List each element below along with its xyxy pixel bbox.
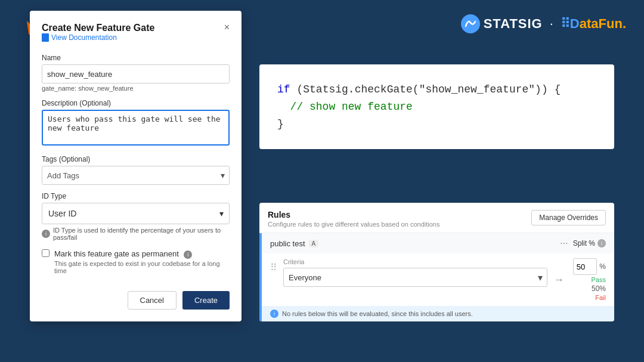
dialog-footer: Cancel Create	[42, 284, 230, 310]
dialog-title: Create New Feature Gate	[42, 23, 154, 33]
dialog-title-group: Create New Feature Gate View Documentati…	[42, 23, 154, 51]
fail-row: 50%	[592, 284, 606, 293]
drag-handle-icon[interactable]: ⠿	[270, 258, 277, 273]
permanent-hint: This gate is expected to exist in your c…	[54, 260, 230, 274]
rule-body: ⠿ Criteria Everyone ▾ → % Pass 50%	[262, 253, 614, 306]
gate-name-hint: gate_name: show_new_feature	[42, 85, 230, 92]
description-input[interactable]: Users who pass this gate will see the ne…	[42, 110, 230, 146]
permanent-checkbox-label: Mark this feature gate as permanent i	[54, 248, 230, 259]
fail-label: Fail	[595, 294, 606, 301]
fail-pct: 50%	[592, 284, 606, 293]
criteria-select-wrapper: Everyone ▾	[283, 268, 547, 287]
rule-info-bar: i No rules below this will be evaluated,…	[262, 306, 614, 321]
pass-label: Pass	[592, 276, 606, 283]
rule-badge: A	[309, 240, 319, 247]
code-line-3: }	[277, 116, 596, 133]
datafun-dots: ⠿	[561, 16, 570, 31]
code-condition: (Statsig.checkGate("show_new_feature")) …	[296, 83, 561, 95]
close-button[interactable]: ×	[224, 23, 230, 32]
permanent-text-group: Mark this feature gate as permanent i Th…	[54, 248, 230, 274]
permanent-info-icon: i	[184, 250, 192, 259]
manage-overrides-button[interactable]: Manage Overrides	[531, 210, 606, 225]
separator: ·	[550, 16, 553, 32]
code-keyword-if: if	[277, 83, 290, 95]
split-number-input[interactable]	[573, 258, 597, 275]
criteria-label: Criteria	[283, 258, 547, 265]
name-field-group: Name gate_name: show_new_feature	[42, 54, 230, 92]
rules-title: Rules	[268, 210, 439, 219]
rule-more-options[interactable]: ···	[560, 238, 568, 249]
permanent-checkbox-row: Mark this feature gate as permanent i Th…	[42, 248, 230, 274]
statsig-icon	[461, 14, 480, 33]
split-section: % Pass 50% Fail	[570, 258, 606, 301]
id-type-select-wrapper: User ID ▾	[42, 203, 230, 224]
view-doc-label: View Documentation	[51, 33, 117, 42]
statsig-text: STATSIG	[484, 16, 543, 32]
split-input-row: %	[573, 258, 606, 275]
tags-select-wrapper: Add Tags ▾	[42, 166, 230, 185]
criteria-select[interactable]: Everyone	[283, 268, 547, 287]
code-comment: // show new feature	[277, 101, 413, 113]
code-line-1: if (Statsig.checkGate("show_new_feature"…	[277, 81, 596, 98]
rule-info-text: No rules below this will be evaluated, s…	[282, 310, 473, 317]
split-info-icon: i	[597, 239, 606, 247]
tags-field-group: Tags (Optional) Add Tags ▾	[42, 155, 230, 185]
rule-header-row: public test A ··· Split % i	[262, 233, 614, 253]
create-gate-dialog: Create New Feature Gate View Documentati…	[30, 11, 242, 321]
id-type-field-group: ID Type User ID ▾ i ID Type is used to i…	[42, 192, 230, 241]
split-pct-symbol: %	[599, 262, 606, 271]
split-pct-label: Split % i	[573, 239, 606, 247]
id-type-select[interactable]: User ID	[42, 203, 230, 224]
view-documentation-link[interactable]: View Documentation	[42, 33, 154, 42]
rule-actions: ··· Split % i	[560, 238, 606, 249]
description-field-group: Description (Optional) Users who pass th…	[42, 99, 230, 148]
rules-header: Rules Configure rules to give different …	[259, 203, 614, 233]
description-label: Description (Optional)	[42, 99, 230, 107]
rules-subtitle: Configure rules to give different values…	[268, 221, 439, 228]
rule-name-area: public test A	[270, 239, 318, 248]
tags-select[interactable]: Add Tags	[42, 166, 230, 185]
id-type-hint: i ID Type is used to identify the percen…	[42, 227, 230, 241]
code-line-2: // show new feature	[277, 98, 596, 116]
rules-panel: Rules Configure rules to give different …	[259, 203, 614, 321]
code-content: if (Statsig.checkGate("show_new_feature"…	[277, 81, 596, 132]
id-type-label: ID Type	[42, 192, 230, 200]
name-input[interactable]	[42, 64, 230, 83]
create-button[interactable]: Create	[182, 291, 230, 310]
rule-info-icon: i	[270, 310, 278, 318]
cancel-button[interactable]: Cancel	[128, 291, 177, 310]
header-right: STATSIG · ⠿DataFun.	[461, 14, 626, 33]
rule-item: public test A ··· Split % i ⠿ Criteria E…	[259, 233, 614, 321]
criteria-section: Criteria Everyone ▾	[283, 258, 547, 287]
datafun-text: ⠿DataFun.	[561, 16, 626, 32]
dialog-header: Create New Feature Gate View Documentati…	[42, 23, 230, 51]
tags-label: Tags (Optional)	[42, 155, 230, 163]
split-label-text: Split %	[573, 239, 595, 247]
permanent-checkbox[interactable]	[42, 249, 49, 257]
name-label: Name	[42, 54, 230, 62]
rules-title-section: Rules Configure rules to give different …	[268, 210, 439, 228]
document-icon	[42, 33, 49, 42]
statsig-logo: STATSIG	[461, 14, 543, 33]
info-icon: i	[42, 230, 50, 238]
rule-name: public test	[270, 239, 305, 248]
arrow-right-icon: →	[553, 258, 564, 286]
code-block: if (Statsig.checkGate("show_new_feature"…	[259, 64, 614, 149]
